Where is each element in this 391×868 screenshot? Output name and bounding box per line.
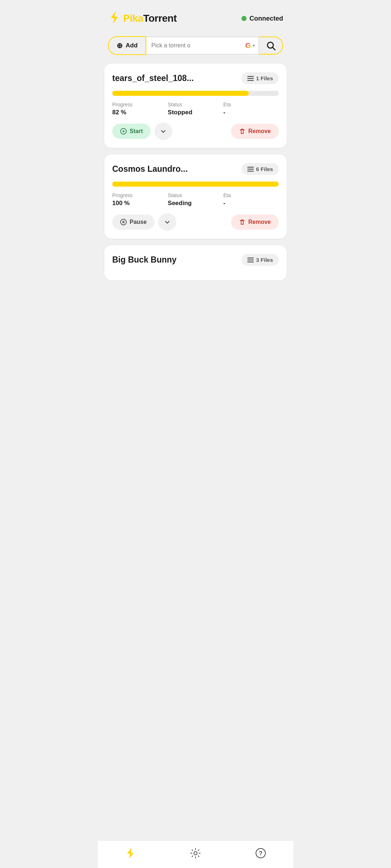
svg-point-11 xyxy=(121,219,126,225)
logo-pika: Pika xyxy=(123,13,143,24)
play-icon-1 xyxy=(120,128,127,135)
torrents-list: tears_of_steel_108... 1 Files Progress 8… xyxy=(98,64,293,323)
eta-label-1: Eta xyxy=(223,102,279,107)
svg-rect-16 xyxy=(247,261,254,263)
svg-rect-13 xyxy=(124,221,125,224)
stats-row-1: Progress 82 % Status Stopped Eta - xyxy=(112,102,279,116)
progress-bar-bg-1 xyxy=(112,91,279,96)
stat-status-1: Status Stopped xyxy=(168,102,223,116)
logo-torrent: Torrent xyxy=(143,13,177,24)
trash-icon-1 xyxy=(239,128,245,135)
pause-label-2: Pause xyxy=(130,219,147,225)
svg-rect-15 xyxy=(247,259,254,260)
connection-status: Connected xyxy=(241,15,283,22)
files-count-1: 1 Files xyxy=(256,75,273,81)
progress-bar-bg-2 xyxy=(112,182,279,187)
files-icon-1 xyxy=(247,76,254,81)
svg-line-2 xyxy=(273,47,275,50)
connection-label: Connected xyxy=(249,15,283,22)
svg-rect-9 xyxy=(247,169,254,170)
progress-value-2: 100 % xyxy=(112,200,168,207)
files-badge-1[interactable]: 1 Files xyxy=(241,72,279,84)
search-input[interactable] xyxy=(146,37,241,55)
files-icon-3 xyxy=(247,258,254,263)
svg-rect-14 xyxy=(247,258,254,259)
svg-rect-3 xyxy=(247,76,254,77)
stat-status-2: Status Seeding xyxy=(168,192,223,207)
progress-label-1: Progress xyxy=(112,102,168,107)
chevron-down-icon-1 xyxy=(160,128,167,135)
files-badge-2[interactable]: 6 Files xyxy=(241,163,279,175)
chevron-down-icon-2 xyxy=(164,219,171,225)
eta-value-2: - xyxy=(223,200,279,207)
google-search-button[interactable]: G ▾ xyxy=(241,37,258,55)
status-label-1: Status xyxy=(168,102,223,107)
add-button[interactable]: ⊕ Add xyxy=(108,36,146,55)
progress-label-2: Progress xyxy=(112,192,168,198)
add-label: Add xyxy=(126,42,138,49)
start-label-1: Start xyxy=(130,128,143,135)
card-header-3: Big Buck Bunny 3 Files xyxy=(112,254,279,266)
remove-label-1: Remove xyxy=(248,128,271,135)
more-button-1[interactable] xyxy=(154,123,172,140)
google-icon: G xyxy=(245,42,251,50)
pause-button-2[interactable]: Pause xyxy=(112,214,155,230)
actions-row-1: Start Remove xyxy=(112,123,279,140)
stat-progress-1: Progress 82 % xyxy=(112,102,168,116)
card-header-1: tears_of_steel_108... 1 Files xyxy=(112,72,279,84)
stat-eta-1: Eta - xyxy=(223,102,279,116)
add-icon: ⊕ xyxy=(117,41,123,50)
files-badge-3[interactable]: 3 Files xyxy=(241,254,279,266)
torrent-name-2: Cosmos Laundro... xyxy=(112,164,237,174)
eta-label-2: Eta xyxy=(223,192,279,198)
files-count-2: 6 Files xyxy=(256,166,273,172)
progress-value-1: 82 % xyxy=(112,109,168,116)
status-value-2: Seeding xyxy=(168,200,223,207)
card-header-2: Cosmos Laundro... 6 Files xyxy=(112,163,279,175)
progress-bar-fill-1 xyxy=(112,91,249,96)
bolt-logo-icon xyxy=(108,10,121,27)
app-logo: PikaTorrent xyxy=(108,10,177,27)
start-button-1[interactable]: Start xyxy=(112,124,151,139)
files-count-3: 3 Files xyxy=(256,257,273,263)
search-icon xyxy=(266,41,276,51)
svg-rect-5 xyxy=(247,80,254,81)
svg-marker-0 xyxy=(111,11,118,24)
more-button-2[interactable] xyxy=(158,213,176,231)
remove-button-1[interactable]: Remove xyxy=(231,124,279,139)
eta-value-1: - xyxy=(223,109,279,116)
actions-row-2: Pause Remove xyxy=(112,213,279,231)
torrent-card-2: Cosmos Laundro... 6 Files Progress 100 %… xyxy=(104,154,287,239)
trash-icon-2 xyxy=(239,219,245,225)
status-label-2: Status xyxy=(168,192,223,198)
files-icon-2 xyxy=(247,167,254,172)
remove-label-2: Remove xyxy=(248,219,271,225)
svg-rect-4 xyxy=(247,78,254,79)
remove-button-2[interactable]: Remove xyxy=(231,214,279,230)
dropdown-chevron-icon: ▾ xyxy=(253,43,255,48)
stats-row-2: Progress 100 % Status Seeding Eta - xyxy=(112,192,279,207)
torrent-card-3: Big Buck Bunny 3 Files xyxy=(104,245,287,280)
pause-icon-2 xyxy=(120,219,127,225)
status-value-1: Stopped xyxy=(168,109,223,116)
search-bar: ⊕ Add G ▾ xyxy=(98,33,293,64)
svg-rect-8 xyxy=(247,167,254,168)
app-header: PikaTorrent Connected xyxy=(98,0,293,33)
status-dot-icon xyxy=(241,16,247,21)
svg-rect-12 xyxy=(123,221,123,224)
stat-eta-2: Eta - xyxy=(223,192,279,207)
stat-progress-2: Progress 100 % xyxy=(112,192,168,207)
svg-marker-7 xyxy=(123,130,125,132)
progress-bar-fill-2 xyxy=(112,182,279,187)
svg-rect-10 xyxy=(247,171,254,172)
torrent-name-3: Big Buck Bunny xyxy=(112,255,237,265)
search-button[interactable] xyxy=(258,37,283,55)
torrent-name-1: tears_of_steel_108... xyxy=(112,73,237,83)
torrent-card-1: tears_of_steel_108... 1 Files Progress 8… xyxy=(104,64,287,148)
